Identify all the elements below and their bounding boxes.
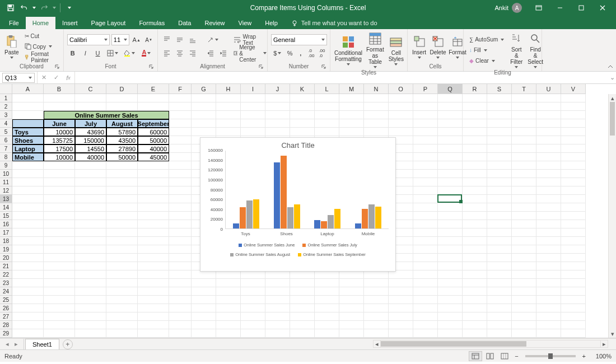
cell-U15[interactable] <box>536 212 561 220</box>
cell-U18[interactable] <box>536 237 561 245</box>
cell-U11[interactable] <box>536 178 561 186</box>
cell-E15[interactable] <box>138 212 169 220</box>
cell-B18[interactable] <box>44 237 75 245</box>
cell-Q29[interactable] <box>438 329 463 338</box>
cell-B24[interactable] <box>44 287 75 296</box>
cell-P11[interactable] <box>413 178 438 186</box>
cell-L2[interactable] <box>315 102 339 111</box>
cell-S4[interactable] <box>487 119 512 128</box>
cell-T9[interactable] <box>512 161 536 170</box>
save-icon[interactable] <box>4 2 17 14</box>
cell-D28[interactable] <box>106 321 138 329</box>
cell-J26[interactable] <box>265 304 290 312</box>
row-header-26[interactable]: 26 <box>0 304 12 312</box>
cell-P9[interactable] <box>413 161 438 170</box>
cell-Q2[interactable] <box>438 102 463 111</box>
cell-V28[interactable] <box>561 321 586 329</box>
cell-B11[interactable] <box>44 178 75 186</box>
cell-E26[interactable] <box>138 304 169 312</box>
cell-E10[interactable] <box>138 170 169 178</box>
cell-I5[interactable] <box>241 128 265 136</box>
cell-A27[interactable] <box>12 312 44 321</box>
cell-Q15[interactable] <box>438 212 463 220</box>
row-header-5[interactable]: 5 <box>0 128 12 136</box>
cell-U25[interactable] <box>536 296 561 304</box>
row-header-15[interactable]: 15 <box>0 212 12 220</box>
cell-G1[interactable] <box>192 94 216 102</box>
cell-I2[interactable] <box>241 102 265 111</box>
cell-A12[interactable] <box>12 186 44 195</box>
cell-F27[interactable] <box>169 312 192 321</box>
col-header-T[interactable]: T <box>512 84 536 94</box>
cell-B26[interactable] <box>44 304 75 312</box>
accounting-format-icon[interactable]: $ <box>271 48 284 59</box>
cell-T19[interactable] <box>512 245 536 254</box>
cell-O1[interactable] <box>389 94 413 102</box>
select-all-corner[interactable] <box>0 84 12 94</box>
cell-P16[interactable] <box>413 220 438 228</box>
cell-R17[interactable] <box>463 228 487 237</box>
cell-C25[interactable] <box>75 296 106 304</box>
cell-V29[interactable] <box>561 329 586 338</box>
cell-O28[interactable] <box>389 321 413 329</box>
cell-G2[interactable] <box>192 102 216 111</box>
cell-C5[interactable]: 43690 <box>75 128 106 136</box>
cell-S12[interactable] <box>487 186 512 195</box>
cell-A7[interactable]: Laptop <box>12 144 44 153</box>
cell-Q21[interactable] <box>438 262 463 270</box>
tab-view[interactable]: View <box>232 17 259 29</box>
cell-I22[interactable] <box>241 270 265 279</box>
cell-T2[interactable] <box>512 102 536 111</box>
cell-A17[interactable] <box>12 228 44 237</box>
cell-N27[interactable] <box>364 312 389 321</box>
cell-D27[interactable] <box>106 312 138 321</box>
insert-function-icon[interactable]: fx <box>62 72 74 83</box>
cell-D17[interactable] <box>106 228 138 237</box>
cell-D1[interactable] <box>106 94 138 102</box>
cell-T24[interactable] <box>512 287 536 296</box>
cell-D21[interactable] <box>106 262 138 270</box>
cell-T20[interactable] <box>512 254 536 262</box>
col-header-G[interactable]: G <box>192 84 216 94</box>
cell-T5[interactable] <box>512 128 536 136</box>
row-header-23[interactable]: 23 <box>0 279 12 287</box>
cell-T6[interactable] <box>512 136 536 144</box>
cell-H27[interactable] <box>216 312 241 321</box>
cell-M28[interactable] <box>339 321 364 329</box>
cell-F24[interactable] <box>169 287 192 296</box>
cell-B27[interactable] <box>44 312 75 321</box>
cell-E18[interactable] <box>138 237 169 245</box>
decrease-indent-icon[interactable] <box>205 48 216 59</box>
page-layout-view-icon[interactable] <box>483 351 497 361</box>
cell-U26[interactable] <box>536 304 561 312</box>
cell-G26[interactable] <box>192 304 216 312</box>
scroll-down-icon[interactable]: ▾ <box>609 330 616 338</box>
border-button[interactable] <box>105 48 120 59</box>
cell-E17[interactable] <box>138 228 169 237</box>
cell-S26[interactable] <box>487 304 512 312</box>
cell-P19[interactable] <box>413 245 438 254</box>
cell-U1[interactable] <box>536 94 561 102</box>
clear-button[interactable]: ◆Clear <box>467 56 506 66</box>
cell-C29[interactable] <box>75 329 106 338</box>
cell-R21[interactable] <box>463 262 487 270</box>
tab-review[interactable]: Review <box>198 17 231 29</box>
cell-O24[interactable] <box>389 287 413 296</box>
insert-cells-button[interactable]: Insert <box>411 34 427 60</box>
cell-P5[interactable] <box>413 128 438 136</box>
cell-D29[interactable] <box>106 329 138 338</box>
cell-B14[interactable] <box>44 203 75 212</box>
vscroll-thumb[interactable] <box>610 102 615 136</box>
cell-J3[interactable] <box>265 111 290 119</box>
cell-C20[interactable] <box>75 254 106 262</box>
cell-M5[interactable] <box>339 128 364 136</box>
cell-S6[interactable] <box>487 136 512 144</box>
cell-U28[interactable] <box>536 321 561 329</box>
cell-P15[interactable] <box>413 212 438 220</box>
cell-D11[interactable] <box>106 178 138 186</box>
underline-button[interactable]: U <box>92 48 103 59</box>
cell-H5[interactable] <box>216 128 241 136</box>
cell-G22[interactable] <box>192 270 216 279</box>
cell-S16[interactable] <box>487 220 512 228</box>
decrease-decimal-icon[interactable]: .00.0 <box>318 48 326 59</box>
